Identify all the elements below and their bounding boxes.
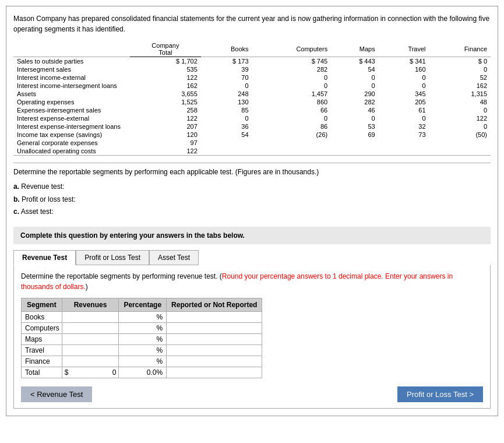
revenue-cell[interactable] — [62, 322, 119, 333]
row-value — [201, 147, 252, 156]
row-value: 290 — [331, 90, 378, 98]
percentage-cell[interactable]: % — [119, 311, 167, 322]
instruction-text2: ) — [86, 283, 88, 291]
segment-label: Travel — [22, 344, 62, 356]
row-label: Interest expense-external — [13, 114, 130, 122]
row-value: $ 0 — [429, 57, 491, 66]
revenue-input[interactable] — [65, 313, 111, 321]
reported-cell[interactable] — [167, 344, 262, 356]
row-label: Assets — [13, 90, 130, 98]
reported-cell[interactable] — [167, 311, 262, 322]
row-value: 0 — [379, 82, 429, 90]
revenue-cell[interactable] — [62, 333, 119, 344]
revenue-input[interactable] — [69, 368, 116, 377]
row-value: 122 — [130, 73, 201, 82]
row-value: 46 — [331, 106, 378, 114]
row-value: 70 — [201, 73, 252, 82]
row-value — [201, 139, 252, 147]
percentage-cell[interactable]: % — [119, 322, 167, 333]
row-value — [379, 139, 429, 147]
row-value: 122 — [130, 114, 201, 122]
tab-profit-loss-test[interactable]: Profit or Loss Test — [76, 250, 149, 265]
segment-label: Maps — [22, 333, 62, 344]
row-value: 0 — [201, 114, 252, 122]
reported-cell[interactable] — [167, 333, 262, 344]
revenue-input[interactable] — [65, 346, 111, 354]
percentage-input[interactable] — [121, 324, 156, 332]
row-value: 36 — [201, 122, 252, 131]
row-value: 52 — [429, 73, 491, 82]
reported-cell[interactable] — [167, 356, 262, 367]
list-items: a. Revenue test: b. Profit or loss test:… — [13, 181, 491, 219]
row-value: 162 — [130, 82, 201, 90]
row-value: 860 — [252, 98, 332, 106]
row-value: 248 — [201, 90, 252, 98]
prev-button[interactable]: < Revenue Test — [21, 386, 92, 402]
percentage-input[interactable] — [121, 368, 156, 377]
percentage-input[interactable] — [121, 313, 156, 321]
row-value: 1,525 — [130, 98, 201, 106]
row-value: 86 — [252, 122, 332, 131]
row-value: 0 — [429, 122, 491, 131]
percentage-cell[interactable]: % — [119, 356, 167, 367]
row-value: 0 — [429, 65, 491, 73]
row-value: 282 — [252, 65, 332, 73]
percentage-input[interactable] — [121, 335, 156, 343]
main-container: Mason Company has prepared consolidated … — [6, 6, 498, 416]
col-header-percentage: Percentage — [119, 298, 167, 311]
segment-label: Computers — [22, 322, 62, 333]
reported-input[interactable] — [169, 346, 239, 354]
tab-revenue-test[interactable]: Revenue Test — [13, 250, 76, 265]
row-value — [429, 147, 491, 156]
row-value: 160 — [379, 65, 429, 73]
row-value: (50) — [429, 131, 491, 139]
row-value: 0 — [331, 73, 378, 82]
row-label: General corporate expenses — [13, 139, 130, 147]
revenue-cell[interactable] — [62, 311, 119, 322]
reported-cell[interactable] — [167, 322, 262, 333]
percentage-input[interactable] — [121, 346, 156, 354]
instruction-text1: Determine the reportable segments by per… — [21, 272, 222, 280]
row-value: 0 — [429, 106, 491, 114]
revenue-cell[interactable]: $ — [62, 367, 119, 378]
percentage-cell[interactable]: % — [119, 367, 167, 378]
list-item-a: a. Revenue test: — [13, 181, 491, 194]
row-value: $ 341 — [379, 57, 429, 66]
row-value: 0 — [331, 82, 378, 90]
next-button[interactable]: Profit or Loss Test > — [397, 386, 483, 402]
reported-input[interactable] — [169, 313, 239, 321]
row-label: Intersegment sales — [13, 65, 130, 73]
tab-asset-test[interactable]: Asset Test — [149, 250, 199, 265]
percentage-cell[interactable]: % — [119, 333, 167, 344]
revenue-input[interactable] — [65, 357, 111, 365]
row-value: 535 — [130, 65, 201, 73]
instruction-text: Determine the reportable segments by per… — [21, 271, 483, 292]
row-value: 3,655 — [130, 90, 201, 98]
list-item-c: c. Asset test: — [13, 206, 491, 219]
percentage-input[interactable] — [121, 357, 156, 365]
revenue-cell[interactable] — [62, 356, 119, 367]
revenue-input[interactable] — [65, 324, 111, 332]
row-value: 122 — [429, 114, 491, 122]
revenue-cell[interactable] — [62, 344, 119, 356]
row-value — [252, 147, 332, 156]
revenue-input[interactable] — [65, 335, 111, 343]
row-value: 97 — [130, 139, 201, 147]
tab-content: Determine the reportable segments by per… — [13, 265, 491, 409]
reported-input[interactable] — [169, 335, 239, 343]
section-divider — [13, 163, 491, 163]
row-value: 39 — [201, 65, 252, 73]
row-label: Sales to outside parties — [13, 57, 130, 66]
percentage-cell[interactable]: % — [119, 344, 167, 356]
reported-input[interactable] — [169, 357, 239, 365]
reported-cell[interactable] — [167, 367, 262, 378]
row-value: 73 — [379, 131, 429, 139]
financial-table: CompanyTotal Books Computers Maps Travel… — [13, 41, 491, 156]
row-value: $ 173 — [201, 57, 252, 66]
row-label: Expenses-intersegment sales — [13, 106, 130, 114]
reported-input[interactable] — [169, 324, 239, 332]
reported-input[interactable] — [169, 368, 239, 377]
row-value: 0 — [379, 73, 429, 82]
row-value: 162 — [429, 82, 491, 90]
row-value: 205 — [379, 98, 429, 106]
